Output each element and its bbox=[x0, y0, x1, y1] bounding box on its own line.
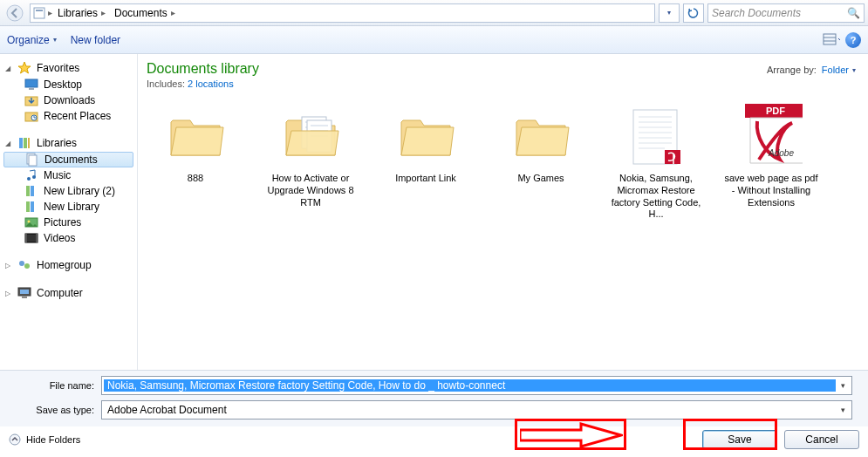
svg-rect-14 bbox=[28, 138, 30, 148]
sidebar-label: Libraries bbox=[37, 137, 77, 149]
sidebar-item-downloads[interactable]: Downloads bbox=[0, 92, 137, 108]
file-item-label: Important Link bbox=[395, 173, 456, 185]
folder-icon bbox=[509, 105, 572, 167]
svg-text:Adobe: Adobe bbox=[768, 148, 794, 158]
svg-marker-6 bbox=[18, 62, 31, 73]
svg-rect-19 bbox=[26, 186, 30, 196]
search-input[interactable]: Search Documents 🔍 bbox=[707, 3, 865, 23]
action-row: Hide Folders Save Cancel bbox=[0, 426, 868, 454]
svg-rect-8 bbox=[29, 88, 34, 90]
svg-rect-27 bbox=[36, 234, 38, 242]
sidebar-item-videos[interactable]: Videos bbox=[0, 230, 137, 246]
file-item[interactable]: How to Activate or Upgrade Windows 8 RTM bbox=[262, 105, 359, 221]
save-button[interactable]: Save bbox=[702, 430, 777, 449]
file-item[interactable]: PDF Adobe save web page as pdf - Without… bbox=[722, 105, 820, 221]
toolbar: Organize▾ New folder ? bbox=[0, 26, 868, 54]
chevron-down-icon[interactable]: ▾ bbox=[836, 381, 850, 390]
svg-point-29 bbox=[24, 263, 30, 269]
view-options-button[interactable] bbox=[823, 31, 840, 49]
file-item-label: Nokia, Samsung, Micromax Restore factory… bbox=[607, 173, 705, 221]
svg-rect-31 bbox=[20, 290, 29, 294]
refresh-icon bbox=[687, 7, 700, 19]
expand-icon: ◢ bbox=[3, 65, 12, 72]
expand-icon: ▷ bbox=[3, 290, 12, 297]
svg-point-17 bbox=[27, 177, 31, 181]
desktop-icon bbox=[24, 78, 38, 92]
svg-rect-7 bbox=[25, 79, 38, 87]
file-item[interactable]: Important Link bbox=[377, 105, 475, 221]
refresh-button[interactable] bbox=[683, 3, 704, 23]
sidebar-item-music[interactable]: Music bbox=[0, 167, 137, 183]
content-pane[interactable]: Documents library Includes: 2 locations … bbox=[138, 54, 868, 370]
file-item[interactable]: 888 bbox=[147, 105, 244, 221]
downloads-icon bbox=[24, 93, 38, 107]
pdf-doc-icon bbox=[625, 105, 687, 167]
videos-icon bbox=[24, 231, 38, 245]
chevron-down-icon[interactable]: ▾ bbox=[836, 406, 850, 414]
filename-input[interactable]: Nokia, Samsung, Micromax Restore factory… bbox=[101, 376, 852, 395]
svg-rect-13 bbox=[24, 138, 27, 148]
sidebar-item-new-library-2[interactable]: New Library (2) bbox=[0, 183, 137, 199]
documents-icon bbox=[25, 153, 39, 167]
address-dropdown-button[interactable]: ▾ bbox=[659, 3, 680, 23]
library-subtitle: Includes: 2 locations bbox=[147, 78, 859, 89]
svg-rect-2 bbox=[36, 10, 43, 11]
back-button[interactable] bbox=[3, 3, 26, 24]
homegroup-header[interactable]: ▷ Homegroup bbox=[0, 256, 137, 274]
svg-rect-20 bbox=[31, 186, 34, 196]
sidebar-item-recent-places[interactable]: Recent Places bbox=[0, 108, 137, 124]
footer: File name: Nokia, Samsung, Micromax Rest… bbox=[0, 370, 868, 426]
sidebar-item-pictures[interactable]: Pictures bbox=[0, 215, 137, 230]
breadcrumb-libraries[interactable]: Libraries▸ bbox=[54, 4, 109, 22]
svg-rect-3 bbox=[824, 34, 836, 44]
saveas-label: Save as type: bbox=[7, 405, 94, 415]
back-icon bbox=[6, 4, 24, 22]
svg-rect-12 bbox=[19, 138, 23, 148]
pictures-icon bbox=[24, 215, 38, 229]
library-icon bbox=[24, 184, 38, 198]
sidebar-label: Computer bbox=[37, 287, 83, 299]
svg-text:PDF: PDF bbox=[766, 106, 785, 116]
libraries-icon bbox=[17, 136, 31, 150]
sidebar-item-desktop[interactable]: Desktop bbox=[0, 77, 137, 92]
arrange-by-dropdown[interactable]: Folder▾ bbox=[822, 65, 856, 75]
svg-point-28 bbox=[19, 261, 24, 266]
breadcrumb[interactable]: ▸ Libraries▸ Documents▸ bbox=[30, 3, 655, 23]
doc-lib-icon bbox=[32, 6, 46, 20]
recent-icon bbox=[24, 109, 38, 123]
saveas-value: Adobe Acrobat Document bbox=[104, 404, 836, 416]
homegroup-icon bbox=[17, 258, 31, 272]
items-grid: 888 How to Activate or Upgrade Windows 8… bbox=[147, 105, 859, 221]
file-item-label: 888 bbox=[188, 173, 203, 185]
saveas-select[interactable]: Adobe Acrobat Document ▾ bbox=[101, 400, 852, 419]
new-folder-button[interactable]: New folder bbox=[71, 34, 120, 46]
file-item-label: save web page as pdf - Without Installin… bbox=[722, 173, 820, 208]
locations-link[interactable]: 2 locations bbox=[188, 78, 234, 89]
breadcrumb-documents[interactable]: Documents▸ bbox=[111, 4, 179, 22]
library-icon bbox=[24, 200, 38, 214]
filename-value: Nokia, Samsung, Micromax Restore factory… bbox=[104, 379, 836, 392]
folder-icon bbox=[164, 105, 227, 167]
libraries-header[interactable]: ◢ Libraries bbox=[0, 134, 137, 152]
filename-label: File name: bbox=[7, 380, 94, 391]
folder-icon bbox=[394, 105, 457, 167]
svg-rect-32 bbox=[22, 297, 27, 298]
address-bar: ▸ Libraries▸ Documents▸ ▾ Search Documen… bbox=[0, 0, 868, 26]
sidebar-item-new-library[interactable]: New Library bbox=[0, 199, 137, 215]
cancel-button[interactable]: Cancel bbox=[784, 430, 859, 449]
sidebar-item-documents[interactable]: Documents bbox=[3, 152, 133, 167]
hide-folders-button[interactable]: Hide Folders bbox=[9, 433, 80, 446]
file-item[interactable]: Nokia, Samsung, Micromax Restore factory… bbox=[607, 105, 705, 221]
file-item-label: How to Activate or Upgrade Windows 8 RTM bbox=[262, 173, 359, 208]
favorites-header[interactable]: ◢ Favorites bbox=[0, 59, 137, 77]
svg-rect-16 bbox=[29, 155, 37, 166]
expand-icon: ▷ bbox=[3, 262, 12, 269]
help-button[interactable]: ? bbox=[845, 32, 861, 48]
sidebar-label: Homegroup bbox=[37, 259, 92, 271]
star-icon bbox=[17, 61, 31, 75]
computer-header[interactable]: ▷ Computer bbox=[0, 284, 137, 302]
organize-menu[interactable]: Organize▾ bbox=[7, 34, 57, 46]
main-area: ◢ Favorites Desktop Downloads Recent Pla… bbox=[0, 54, 868, 370]
file-item[interactable]: My Games bbox=[492, 105, 590, 221]
svg-rect-49 bbox=[665, 150, 680, 164]
